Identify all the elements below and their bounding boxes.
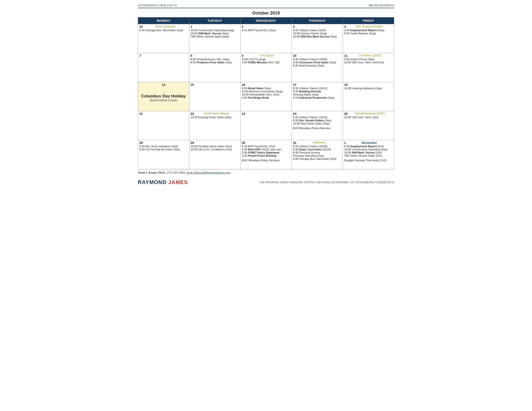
event-item: 6:00 Small Business Opt. (Sep): [190, 58, 239, 61]
event-item: 8:30 Real Earnings (Sep): [293, 64, 342, 67]
cell-week3-tuesday: 15: [189, 82, 240, 111]
event-item: 8:30 Jobless Claims (10/19): [293, 116, 342, 119]
november-label: November: [361, 141, 377, 145]
day-header: 21: [139, 112, 188, 116]
event-item: 9:15 Industrial Production (Sep): [293, 96, 342, 99]
cell-week4-monday: 21: [138, 111, 189, 140]
day-header: 29: [190, 141, 239, 145]
event-item: 10:00 ISM Manf. Survey (Sep): [190, 32, 239, 35]
day-header: 30Rosh Hashanah: [139, 25, 188, 28]
event-item: ECB Monetary Policy Decision: [293, 127, 342, 130]
cell-week2-thursday: 108:30 Jobless Claims (10/05)8:30 Consum…: [292, 53, 343, 82]
event-item: Daylight Savings Time ends (11/3): [344, 159, 393, 162]
day-num-thursday: 17: [293, 83, 296, 86]
event-item: 8:30 Jobless Claims (9/28): [293, 29, 342, 32]
cell-week1-monday: 30Rosh Hashanah9:45 Chicago Bus. Baromet…: [138, 24, 189, 53]
day-num-monday: 28: [139, 141, 143, 145]
top-bar: US RESEARCH | PAGE 8 OF 14 MACRO RESEARC…: [138, 2, 394, 8]
event-item: 8:15 ADP Payroll Est. (Sep): [242, 29, 290, 32]
event-item: 8:30 Dur. Goods Orders (Sep): [293, 119, 342, 122]
event-item: 10:00 CB Cons. Confidence (Oct): [190, 148, 239, 151]
cell-week5-thursday: 31Halloween8:30 Jobless Claims (10/26)8:…: [292, 140, 343, 169]
day-num-tuesday: 22: [190, 112, 194, 116]
day-num-tuesday: 8: [190, 54, 192, 57]
top-left: US RESEARCH | PAGE 8 OF 14: [138, 4, 177, 7]
event-item: TBD Motor Vehicle Sales (Oct): [344, 154, 393, 157]
cell-week2-friday: 11Full Moon (10/13)8:30 Import Prices (S…: [343, 53, 394, 82]
event-item: 8:30 Jobless Claims (10/26): [293, 145, 342, 148]
cell-week3-monday: 14 Columbus Day Holiday (bond market clo…: [138, 82, 189, 111]
day-num-wednesday: 16: [242, 83, 245, 86]
calendar-title: October 2019: [138, 8, 394, 17]
day-num-wednesday: 9: [242, 54, 244, 57]
day-header: 10: [293, 54, 342, 57]
day-header: 30: [242, 141, 290, 145]
day-header: 8: [190, 54, 239, 57]
cell-week4-thursday: 248:30 Jobless Claims (10/19)8:30 Dur. G…: [292, 111, 343, 140]
holiday-label: Full Moon (10/13): [359, 54, 381, 57]
event-item: 8:30 Jobless Claims (10/05): [293, 58, 342, 61]
col-tuesday: TUESDAY: [189, 17, 240, 24]
event-item: 10:00 Pending Home Sales (Sep): [190, 145, 239, 148]
day-header: 18: [344, 83, 393, 86]
event-item: 10:00 Construction Spending (Sep): [344, 148, 393, 151]
event-item: 8:30 Consumer Price Index (Sep): [293, 61, 342, 64]
cell-week3-wednesday: 168:30 Retail Sales (Sep)10:00 Business …: [240, 82, 292, 111]
holiday-label: Yom Kippur: [260, 54, 274, 57]
event-item: 8:30 Adv. Econ Indicators (Sep): [139, 145, 188, 148]
event-item: 8:30 Building Permits: [293, 90, 342, 93]
event-item: 10:00 JOLTS (Aug): [242, 58, 290, 61]
event-item: 8:30 Real GDP (3Q19, adv. est.): [242, 148, 290, 151]
cell-week5-wednesday: 308:15 ADP Payroll Est. (Oct)8:30 Real G…: [240, 140, 292, 169]
event-item: 8:30 Import Prices (Sep): [344, 58, 393, 61]
cell-week3-thursday: 178:30 Jobless Claims (10/12)8:30 Buildi…: [292, 82, 343, 111]
cell-week1-friday: 4NHL Seasonal Begins8:30 Employment Repo…: [343, 24, 394, 53]
event-item: 8:30 Empl. Cost Index (3Q19): [293, 148, 342, 151]
bottom-address: THE RAYMOND JAMES FINANCIAL CENTER | 880…: [259, 181, 394, 184]
cell-week5-monday: 288:30 Adv. Econ Indicators (Sep)8:30 Ch…: [138, 140, 189, 169]
event-item: 10:00 ISM Non-Manf Survey (Sep): [293, 35, 342, 38]
day-header: 15: [190, 83, 239, 86]
calendar-table: MONDAY TUESDAY WEDNESDAY THURSDAY FRIDAY…: [138, 17, 394, 169]
brand-logo: RAYMOND JAMES: [138, 179, 188, 186]
event-item: 9:45 Chicago Bus. Barometer (Oct): [293, 157, 342, 160]
day-header: 22World Series Begins: [190, 112, 239, 116]
day-header: 31Halloween: [293, 141, 342, 145]
day-header: 11Full Moon (10/13): [344, 54, 393, 57]
day-num-friday: 11: [344, 54, 348, 57]
event-item: 8:15 ADP Payroll Est. (Oct): [242, 145, 290, 148]
event-item: 9:45 Chicago Bus. Barometer (Sep): [139, 29, 188, 32]
event-item: 8:30 Producer Price Index (Sep): [190, 61, 239, 64]
day-header: 2: [242, 25, 290, 28]
day-num-monday: 21: [139, 112, 143, 116]
day-header: 24: [293, 112, 342, 116]
holiday-label: Halloween: [313, 141, 325, 144]
event-item: 8:30 Employment Report (Oct): [344, 145, 393, 148]
event-item: 8:30 Retail Sales (Sep): [242, 87, 290, 90]
contact-info: Scott J. Brown, Ph.D., (727) 567-2603, S…: [138, 171, 230, 174]
bottom-footer: RAYMOND JAMES THE RAYMOND JAMES FINANCIA…: [138, 175, 394, 187]
event-item: 10:00 UM Cons. Sent. (Oct): [344, 116, 393, 119]
event-item: 10:00 ISM Manf. Survey (Oct): [344, 151, 393, 154]
email-link[interactable]: Scott.J.Brown@RaymondJames.com: [186, 171, 230, 174]
event-item: BOC Monetary Policy Decision: [242, 159, 290, 162]
columbus-title: Columbus Day Holiday: [139, 94, 188, 99]
event-item: 8:30 Jobless Claims (10/12): [293, 87, 342, 90]
day-num-friday: 1: [344, 141, 346, 145]
col-friday: FRIDAY: [343, 17, 394, 24]
day-header: 23: [242, 112, 290, 116]
event-item: 10:00 Existing Home Sales (Sep): [190, 116, 239, 119]
event-item: 2:00 Fed Beige Book: [242, 96, 290, 99]
event-item: Housing Starts (Sep): [293, 93, 342, 96]
cell-week5-tuesday: 2910:00 Pending Home Sales (Sep)10:00 CB…: [189, 140, 240, 169]
cell-week1-thursday: 38:30 Jobless Claims (9/28)10:00 Factory…: [292, 24, 343, 53]
day-header: 4NHL Seasonal Begins: [344, 25, 393, 28]
day-num-wednesday: 2: [242, 25, 244, 28]
cell-week1-wednesday: 28:15 ADP Payroll Est. (Sep): [240, 24, 292, 53]
day-header: 3: [293, 25, 342, 28]
day-header: 16: [242, 83, 290, 86]
day-num-thursday: 24: [293, 112, 296, 116]
col-monday: MONDAY: [138, 17, 189, 24]
holiday-label: World Series Begins: [204, 112, 229, 115]
day-num-tuesday: 15: [190, 83, 194, 86]
